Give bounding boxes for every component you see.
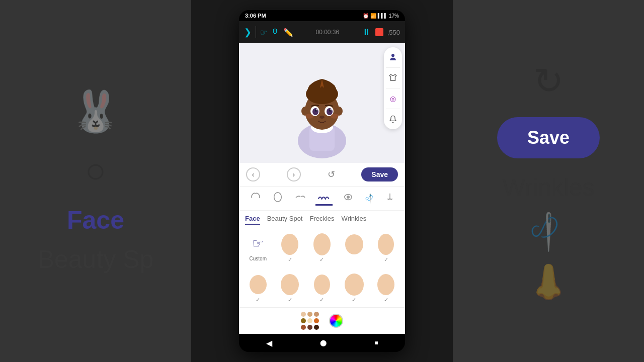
- face-detail-icon-button[interactable]: [315, 192, 333, 206]
- tab-beauty-spot[interactable]: Beauty Spot: [267, 215, 303, 225]
- coins-display: ,550: [387, 29, 400, 36]
- face-shape-5[interactable]: ✓: [242, 269, 274, 305]
- svg-point-30: [345, 274, 364, 296]
- face-shape-8[interactable]: ✓: [338, 269, 370, 305]
- face-shape-3[interactable]: [338, 229, 370, 265]
- tab-freckles[interactable]: Freckles: [309, 215, 334, 225]
- toolbar-divider-1: [256, 26, 256, 38]
- face-shape-6[interactable]: ✓: [274, 269, 306, 305]
- face-check-9: ✓: [384, 296, 388, 303]
- color-dot-9[interactable]: [314, 325, 319, 330]
- phone-container: 3:06 PM ⏰ 📶 ▌▌▌ 17% ❯ ☞ 🎙 ✏️ 00:00:36 ⏸ …: [239, 10, 405, 352]
- face-oval-7: [311, 271, 333, 296]
- status-bar: 3:06 PM ⏰ 📶 ▌▌▌ 17%: [239, 10, 405, 21]
- bg-beauty-label: Beauty Sp: [38, 245, 154, 274]
- svg-point-18: [305, 114, 313, 119]
- svg-point-20: [274, 193, 282, 202]
- chevron-right-icon[interactable]: ❯: [244, 27, 252, 38]
- svg-point-22: [347, 196, 349, 198]
- color-dot-3[interactable]: [314, 312, 319, 317]
- pencil-icon[interactable]: ✏️: [283, 28, 293, 37]
- face-custom-item[interactable]: ☞ Custom: [242, 229, 274, 265]
- hair-icon-button[interactable]: [248, 192, 263, 206]
- nav-back-button[interactable]: ◀: [266, 338, 272, 348]
- color-dot-8[interactable]: [307, 325, 312, 330]
- bg-save-button: Save: [497, 117, 600, 158]
- bottom-controls: ‹ › ↺ Save: [239, 163, 405, 186]
- color-dot-4[interactable]: [301, 318, 306, 323]
- svg-point-0: [391, 54, 394, 57]
- avatar-figure: [282, 48, 362, 158]
- face-shape-2[interactable]: ✓: [306, 229, 338, 265]
- person-icon-button[interactable]: [386, 50, 400, 64]
- face-icon-toolbar: 🪡: [239, 187, 405, 211]
- face-shape-7[interactable]: ✓: [306, 269, 338, 305]
- side-divider-3: [386, 109, 400, 109]
- color-dot-5[interactable]: [307, 318, 312, 323]
- nav-bar: ◀ ⬤ ■: [239, 334, 405, 352]
- face-check-8: ✓: [352, 296, 356, 303]
- hand-icon: ☞: [252, 236, 264, 251]
- nav-recent-button[interactable]: ■: [374, 339, 378, 346]
- background-right: ↻ Save Wrinkles 🪡 👃: [453, 0, 644, 362]
- face-check-7: ✓: [319, 296, 324, 303]
- hand-pointer-icon[interactable]: ☞: [260, 28, 267, 37]
- tab-face[interactable]: Face: [245, 215, 260, 225]
- bg-needle-icon: 🪡: [526, 209, 571, 254]
- svg-point-19: [331, 114, 339, 119]
- status-icons: ⏰ 📶 ▌▌▌ 17%: [363, 13, 399, 19]
- sub-tabs: Face Beauty Spot Freckles Wrinkles: [239, 211, 405, 227]
- bg-face-icon: ○: [85, 150, 106, 191]
- color-dot-7[interactable]: [301, 325, 306, 330]
- needle-icon-button[interactable]: 🪡: [362, 191, 378, 207]
- eye-icon-button[interactable]: [341, 192, 356, 205]
- color-dots-grid[interactable]: [301, 312, 319, 330]
- eyebrow-icon-button[interactable]: [293, 192, 308, 205]
- microphone-icon[interactable]: 🎙: [271, 28, 279, 37]
- svg-point-27: [250, 275, 267, 294]
- save-button[interactable]: Save: [361, 167, 398, 182]
- battery-text: 17%: [389, 13, 399, 19]
- top-toolbar: ❯ ☞ 🎙 ✏️ 00:00:36 ⏸ ,550: [239, 21, 405, 43]
- stop-button[interactable]: [375, 28, 383, 36]
- side-divider-1: [386, 67, 400, 68]
- color-dot-1[interactable]: [301, 312, 306, 317]
- svg-point-15: [316, 109, 318, 111]
- svg-point-26: [378, 234, 394, 255]
- color-dot-6[interactable]: [314, 318, 319, 323]
- face-oval-1: [279, 231, 301, 256]
- face-check-4: ✓: [384, 256, 388, 263]
- bg-face-label: Face: [67, 206, 124, 235]
- svg-point-23: [281, 234, 298, 255]
- color-wheel-button[interactable]: [329, 314, 343, 328]
- tab-wrinkles[interactable]: Wrinkles: [342, 215, 367, 225]
- custom-label: Custom: [250, 256, 267, 261]
- wifi-icon: 📶: [370, 13, 376, 19]
- refresh-button[interactable]: ↺: [328, 169, 335, 180]
- face-shape-1[interactable]: ✓: [274, 229, 306, 265]
- side-icons-panel: ◎: [384, 47, 402, 129]
- face-check-6: ✓: [288, 296, 292, 303]
- shirt-icon-button[interactable]: [386, 71, 400, 85]
- svg-point-25: [345, 234, 363, 254]
- avatar-area: ◎: [239, 43, 405, 163]
- target-icon-button[interactable]: ◎: [386, 92, 400, 106]
- pause-button[interactable]: ⏸: [362, 27, 371, 38]
- prev-arrow-button[interactable]: ‹: [246, 167, 260, 182]
- face-oval-9: [375, 271, 397, 296]
- nose-icon-button[interactable]: [384, 192, 396, 205]
- face-shape-4[interactable]: ✓: [370, 229, 402, 265]
- face-shape-icon-button[interactable]: [271, 191, 285, 206]
- nav-home-button[interactable]: ⬤: [320, 339, 327, 346]
- status-time: 3:06 PM: [245, 13, 266, 19]
- face-grid-row1: ☞ Custom ✓ ✓: [239, 227, 405, 267]
- bell-icon-button[interactable]: [386, 112, 400, 126]
- svg-point-31: [377, 274, 394, 295]
- color-palette: [239, 307, 405, 334]
- next-arrow-button[interactable]: ›: [287, 167, 301, 182]
- bg-refresh-icon: ↻: [533, 60, 564, 102]
- color-dot-2[interactable]: [307, 312, 312, 317]
- face-oval-3: [343, 231, 365, 256]
- face-shape-9[interactable]: ✓: [370, 269, 402, 305]
- svg-point-16: [331, 109, 332, 111]
